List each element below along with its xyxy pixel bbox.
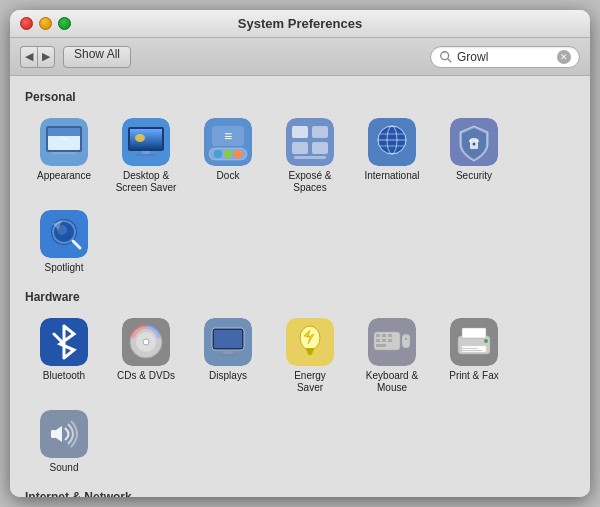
icon-keyboard-mouse[interactable]: Keyboard &Mouse — [353, 312, 431, 400]
icon-spotlight[interactable]: Spotlight — [25, 204, 103, 280]
svg-rect-52 — [223, 350, 233, 354]
sound-icon-img — [40, 410, 88, 458]
svg-rect-64 — [376, 339, 380, 342]
svg-rect-24 — [312, 126, 328, 138]
icon-appearance[interactable]: Aa Appearance — [25, 112, 103, 200]
back-button[interactable]: ◀ — [20, 46, 37, 68]
svg-rect-77 — [462, 350, 482, 351]
bluetooth-icon-img — [40, 318, 88, 366]
security-label: Security — [456, 170, 492, 182]
svg-text:≡: ≡ — [224, 128, 232, 144]
toolbar: ◀ ▶ Show All ✕ — [10, 38, 590, 76]
dock-icon-img: ≡ — [204, 118, 252, 166]
bluetooth-label: Bluetooth — [43, 370, 85, 382]
desktop-screen-saver-icon-img — [122, 118, 170, 166]
svg-rect-27 — [294, 156, 326, 159]
displays-label: Displays — [209, 370, 247, 382]
nav-arrows: ◀ ▶ — [20, 46, 55, 68]
svg-point-48 — [143, 339, 149, 345]
international-label: International — [364, 170, 419, 182]
international-icon-img — [368, 118, 416, 166]
svg-rect-11 — [130, 129, 162, 149]
security-icon-img — [450, 118, 498, 166]
keyboard-mouse-label: Keyboard &Mouse — [366, 370, 418, 394]
icon-print-fax[interactable]: Print & Fax — [435, 312, 513, 400]
dock-label: Dock — [217, 170, 240, 182]
svg-rect-51 — [214, 330, 242, 348]
traffic-lights — [20, 17, 71, 30]
cds-dvds-label: CDs & DVDs — [117, 370, 175, 382]
svg-rect-58 — [308, 353, 312, 355]
svg-rect-56 — [306, 348, 314, 351]
expose-spaces-label: Exposé &Spaces — [289, 170, 332, 194]
svg-rect-62 — [382, 334, 386, 337]
svg-text:Aa: Aa — [60, 135, 68, 141]
svg-rect-19 — [234, 150, 242, 158]
icon-displays[interactable]: Displays — [189, 312, 267, 400]
svg-rect-17 — [214, 150, 222, 158]
svg-rect-78 — [40, 410, 88, 458]
icon-international[interactable]: International — [353, 112, 431, 200]
energy-saver-label: EnergySaver — [294, 370, 326, 394]
svg-rect-79 — [51, 430, 56, 438]
svg-rect-74 — [462, 328, 486, 338]
icon-cds-dvds[interactable]: CDs & DVDs — [107, 312, 185, 400]
show-all-button[interactable]: Show All — [63, 46, 131, 68]
displays-icon-img — [204, 318, 252, 366]
forward-icon: ▶ — [42, 50, 50, 63]
titlebar: System Preferences — [10, 10, 590, 38]
svg-rect-26 — [312, 142, 328, 154]
spotlight-icon-img — [40, 210, 88, 258]
icon-energy-saver[interactable]: EnergySaver — [271, 312, 349, 400]
svg-rect-63 — [388, 334, 392, 337]
svg-point-70 — [405, 338, 407, 340]
section-label-internet-network: Internet & Network — [25, 490, 575, 497]
svg-rect-23 — [292, 126, 308, 138]
appearance-icon-img: Aa — [40, 118, 88, 166]
search-box: ✕ — [430, 46, 580, 68]
icon-bluetooth[interactable]: Bluetooth — [25, 312, 103, 400]
icon-security[interactable]: Security — [435, 112, 513, 200]
icon-dock[interactable]: ≡ Dock — [189, 112, 267, 200]
appearance-label: Appearance — [37, 170, 91, 182]
search-icon — [439, 50, 453, 64]
icon-sound[interactable]: Sound — [25, 404, 103, 480]
svg-rect-66 — [388, 339, 392, 342]
svg-rect-57 — [307, 351, 313, 353]
svg-rect-53 — [219, 354, 237, 356]
close-button[interactable] — [20, 17, 33, 30]
section-label-personal: Personal — [25, 90, 575, 104]
system-preferences-window: System Preferences ◀ ▶ Show All ✕ Person… — [10, 10, 590, 497]
search-input[interactable] — [457, 50, 557, 64]
search-clear-button[interactable]: ✕ — [557, 50, 571, 64]
svg-point-37 — [473, 143, 476, 146]
svg-rect-76 — [462, 348, 478, 349]
icon-desktop-screen-saver[interactable]: Desktop &Screen Saver — [107, 112, 185, 200]
window-title: System Preferences — [238, 16, 362, 31]
svg-rect-67 — [376, 344, 386, 347]
svg-rect-65 — [382, 339, 386, 342]
content-area: Personal Aa Appearance — [10, 76, 590, 497]
svg-rect-7 — [52, 152, 76, 154]
svg-rect-61 — [376, 334, 380, 337]
minimize-button[interactable] — [39, 17, 52, 30]
expose-spaces-icon-img — [286, 118, 334, 166]
svg-point-12 — [135, 134, 145, 142]
desktop-screen-saver-label: Desktop &Screen Saver — [116, 170, 177, 194]
energy-saver-icon-img — [286, 318, 334, 366]
forward-button[interactable]: ▶ — [37, 46, 55, 68]
maximize-button[interactable] — [58, 17, 71, 30]
section-label-hardware: Hardware — [25, 290, 575, 304]
keyboard-mouse-icon-img — [368, 318, 416, 366]
spotlight-label: Spotlight — [45, 262, 84, 274]
section-personal-grid: Aa Appearance Desktop &Screen Saver — [25, 112, 575, 280]
svg-point-75 — [484, 339, 488, 343]
print-fax-icon-img — [450, 318, 498, 366]
sound-label: Sound — [50, 462, 79, 474]
svg-line-1 — [448, 58, 452, 62]
svg-rect-14 — [136, 154, 156, 156]
section-hardware-grid: Bluetooth CDs & DVDs — [25, 312, 575, 480]
icon-expose-spaces[interactable]: Exposé &Spaces — [271, 112, 349, 200]
cds-dvds-icon-img — [122, 318, 170, 366]
svg-rect-25 — [292, 142, 308, 154]
